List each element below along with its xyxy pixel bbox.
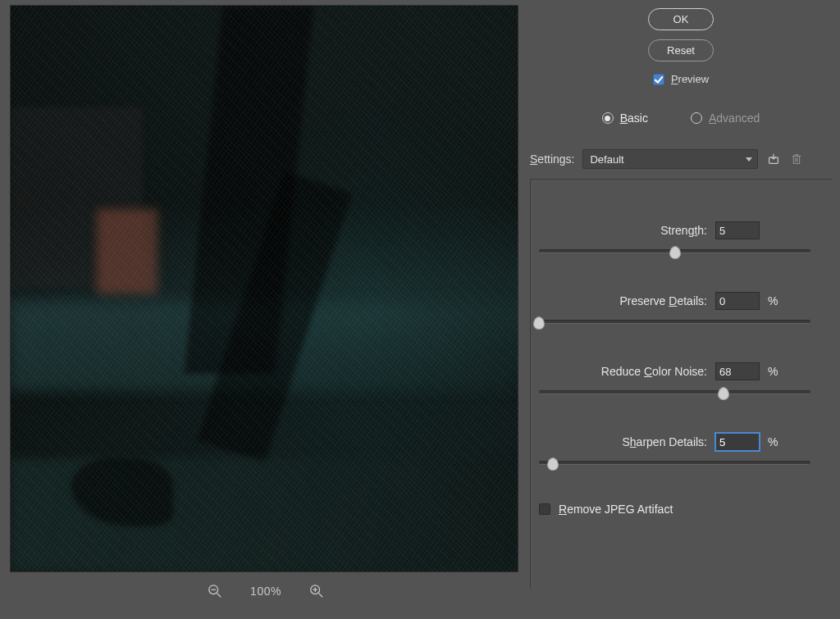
- preserve-details-row: Preserve Details: %: [537, 291, 825, 311]
- chevron-down-icon: [746, 157, 752, 162]
- remove-jpeg-artifact-label[interactable]: Remove JPEG Artifact: [559, 503, 673, 516]
- sharpen-details-slider[interactable]: [539, 455, 810, 473]
- strength-slider[interactable]: [539, 244, 810, 262]
- preserve-details-input[interactable]: [715, 292, 760, 310]
- controls-column: OK Reset Preview Basic Advanced Settings…: [522, 0, 840, 619]
- mode-row: Basic Advanced: [530, 112, 832, 125]
- dialog-root: 100% OK Reset Preview Basi: [0, 0, 840, 619]
- ok-button[interactable]: OK: [648, 8, 714, 30]
- preserve-details-slider[interactable]: [539, 314, 810, 332]
- settings-dropdown[interactable]: Default: [582, 149, 758, 169]
- remove-jpeg-artifact-checkbox[interactable]: [539, 503, 550, 515]
- slider-thumb[interactable]: [718, 387, 729, 400]
- strength-label: Strength:: [660, 224, 707, 237]
- strength-row: Strength: %: [537, 221, 825, 240]
- strength-input[interactable]: [715, 221, 760, 239]
- reset-button[interactable]: Reset: [648, 39, 714, 61]
- zoom-controls: 100%: [10, 584, 522, 599]
- preserve-details-unit: %: [768, 294, 791, 307]
- trash-icon[interactable]: [789, 152, 804, 166]
- zoom-in-icon[interactable]: [309, 584, 324, 599]
- mode-advanced[interactable]: Advanced: [691, 112, 760, 125]
- ok-button-label: OK: [673, 13, 689, 25]
- slider-thumb[interactable]: [547, 457, 559, 471]
- slider-track: [539, 320, 810, 324]
- mode-advanced-label: Advanced: [709, 112, 760, 125]
- preview-toggle-row: Preview: [530, 73, 832, 85]
- slider-track: [539, 390, 810, 394]
- slider-thumb[interactable]: [533, 316, 545, 330]
- settings-label: Settings:: [530, 152, 574, 166]
- save-preset-icon[interactable]: [766, 152, 781, 166]
- sharpen-details-input[interactable]: [715, 433, 760, 451]
- reduce-color-noise-row: Reduce Color Noise: %: [537, 362, 825, 381]
- svg-line-1: [217, 594, 221, 598]
- preview-label[interactable]: Preview: [671, 73, 709, 85]
- preview-image[interactable]: [10, 5, 518, 572]
- svg-line-4: [319, 594, 323, 598]
- reduce-color-noise-input[interactable]: [715, 362, 760, 380]
- remove-jpeg-artifact-row: Remove JPEG Artifact: [537, 503, 825, 516]
- reduce-color-noise-unit: %: [768, 365, 791, 378]
- zoom-percent[interactable]: 100%: [250, 585, 281, 598]
- mode-basic[interactable]: Basic: [602, 112, 648, 125]
- slider-track: [539, 461, 810, 465]
- radio-off-icon: [691, 112, 702, 124]
- preview-checkbox[interactable]: [653, 74, 664, 85]
- sharpen-details-row: Sharpen Details: %: [537, 432, 825, 452]
- reset-button-label: Reset: [667, 44, 695, 57]
- zoom-out-icon[interactable]: [208, 584, 222, 599]
- settings-value: Default: [590, 153, 623, 166]
- noise-reduction-group: Strength: % Preserve Details: % Reduce C…: [530, 179, 832, 589]
- reduce-color-noise-slider[interactable]: [539, 385, 810, 403]
- svg-rect-8: [794, 156, 800, 163]
- dialog-buttons: OK Reset: [530, 7, 832, 61]
- mode-basic-label: Basic: [620, 112, 648, 125]
- sharpen-details-unit: %: [768, 435, 791, 448]
- radio-on-icon: [602, 112, 614, 124]
- slider-thumb[interactable]: [669, 246, 681, 259]
- preview-column: 100%: [0, 0, 522, 619]
- preserve-details-label: Preserve Details:: [619, 294, 707, 307]
- reduce-color-noise-label: Reduce Color Noise:: [601, 365, 707, 378]
- settings-bar: Settings: Default: [530, 148, 832, 179]
- sharpen-details-label: Sharpen Details:: [622, 435, 707, 448]
